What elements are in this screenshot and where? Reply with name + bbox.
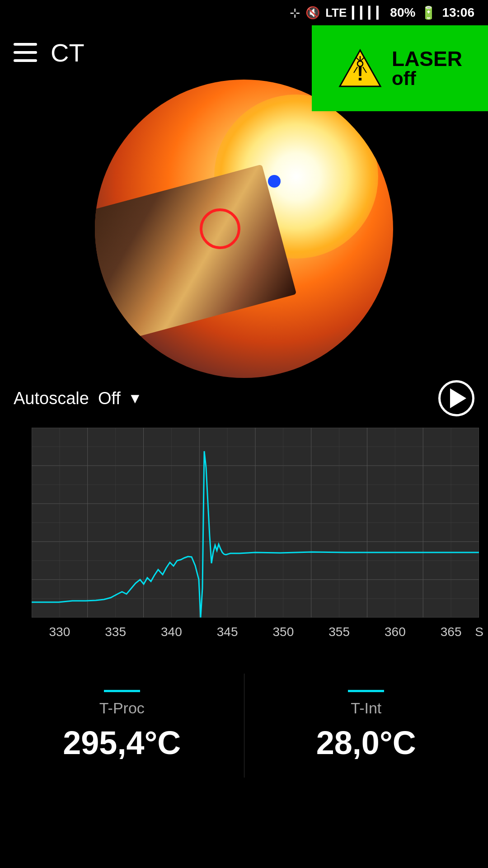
blue-dot bbox=[268, 175, 281, 188]
play-button[interactable] bbox=[438, 380, 474, 416]
hamburger-line-1 bbox=[14, 43, 37, 46]
temperature-display: T-Proc 295,4°C T-Int 28,0°C bbox=[0, 674, 488, 778]
t-proc-label: T-Proc bbox=[99, 699, 145, 717]
clock: 13:06 bbox=[442, 5, 474, 20]
red-reticle bbox=[200, 208, 240, 249]
camera-circle bbox=[95, 80, 393, 378]
autoscale-bar: Autoscale Off ▼ bbox=[0, 378, 488, 419]
x-label-335: 335 bbox=[88, 625, 144, 639]
x-label-365: 365 bbox=[423, 625, 479, 639]
lte-icon: LTE bbox=[325, 6, 347, 20]
x-label-350: 350 bbox=[255, 625, 311, 639]
battery-percentage: 80% bbox=[390, 5, 415, 20]
autoscale-value: Off bbox=[98, 389, 121, 408]
signal-icon: ▎▎▎▎ bbox=[352, 6, 385, 20]
autoscale-dropdown-arrow[interactable]: ▼ bbox=[128, 390, 142, 407]
status-icons: ⊹ 🔇 LTE ▎▎▎▎ 80% 🔋 13:06 bbox=[290, 5, 474, 20]
hamburger-line-3 bbox=[14, 59, 37, 62]
x-axis-labels: 330 335 340 345 350 355 360 365 bbox=[32, 620, 479, 639]
x-label-330: 330 bbox=[32, 625, 88, 639]
x-label-355: 355 bbox=[311, 625, 367, 639]
x-label-340: 340 bbox=[144, 625, 200, 639]
camera-view bbox=[0, 80, 488, 378]
x-axis-unit: S bbox=[475, 625, 483, 639]
status-bar: ⊹ 🔇 LTE ▎▎▎▎ 80% 🔋 13:06 bbox=[0, 0, 488, 25]
t-proc-value: 295,4°C bbox=[63, 724, 181, 761]
chart-inner: 600 500 400 300 200 bbox=[32, 428, 479, 618]
chart-container: 600 500 400 300 200 330 335 340 345 350 … bbox=[0, 419, 488, 654]
laser-status: off bbox=[392, 69, 416, 88]
hamburger-line-2 bbox=[14, 51, 37, 54]
t-int-indicator bbox=[348, 690, 384, 692]
mute-icon: 🔇 bbox=[305, 6, 320, 20]
t-int-value: 28,0°C bbox=[316, 724, 416, 761]
play-icon bbox=[450, 388, 466, 408]
t-int-section: T-Int 28,0°C bbox=[244, 674, 488, 778]
t-proc-section: T-Proc 295,4°C bbox=[0, 674, 244, 778]
app-title: CT bbox=[51, 38, 84, 67]
bluetooth-icon: ⊹ bbox=[290, 5, 300, 20]
laser-warning-icon: ! bbox=[338, 48, 383, 89]
menu-button[interactable] bbox=[14, 43, 37, 62]
laser-text-group: LASER off bbox=[392, 48, 462, 88]
x-label-345: 345 bbox=[199, 625, 255, 639]
t-int-label: T-Int bbox=[351, 699, 381, 717]
laser-label: LASER bbox=[392, 48, 462, 69]
x-label-360: 360 bbox=[367, 625, 423, 639]
t-proc-indicator bbox=[104, 690, 140, 692]
battery-icon: 🔋 bbox=[421, 5, 436, 20]
temperature-chart: 600 500 400 300 200 bbox=[32, 428, 479, 618]
autoscale-label: Autoscale bbox=[14, 389, 89, 408]
laser-badge[interactable]: ! LASER off bbox=[312, 25, 488, 111]
